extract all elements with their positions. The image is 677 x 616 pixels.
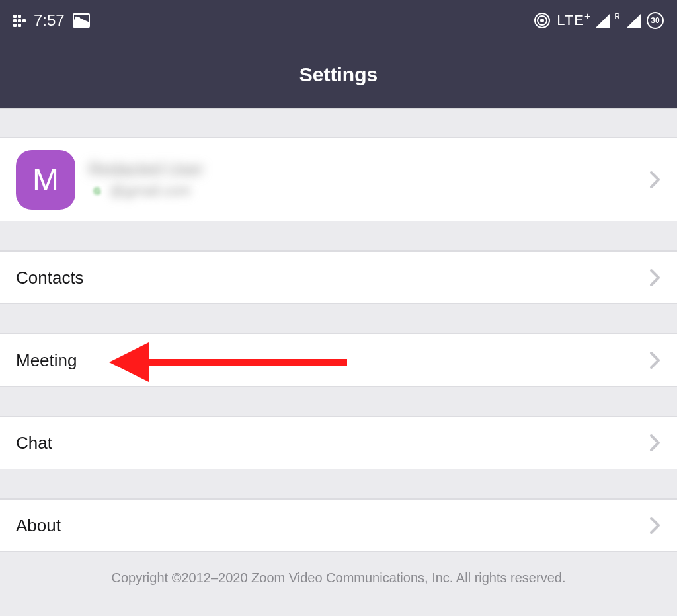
profile-name: Redacted User — [89, 159, 203, 180]
lte-label: LTE + — [557, 12, 590, 29]
section-gap — [0, 387, 677, 416]
picture-icon — [73, 13, 90, 28]
section-gap — [0, 108, 677, 137]
status-bar: 7:57 LTE + R 30 — [0, 0, 677, 41]
status-right: LTE + R 30 — [533, 11, 664, 30]
contacts-row[interactable]: Contacts — [0, 251, 677, 304]
clock-time: 7:57 — [34, 11, 65, 30]
google-icon: G — [89, 182, 106, 200]
row-label: Chat — [16, 433, 52, 453]
chevron-right-icon — [649, 268, 661, 287]
chevron-right-icon — [649, 171, 661, 189]
svg-point-0 — [540, 19, 544, 22]
profile-row[interactable]: M Redacted User G @gmail.com — [0, 137, 677, 221]
roaming-label: R — [614, 12, 620, 21]
signal-icon-1 — [596, 13, 610, 28]
row-label: Meeting — [16, 350, 77, 371]
chevron-right-icon — [649, 516, 661, 535]
chat-row[interactable]: Chat — [0, 416, 677, 469]
row-label: About — [16, 516, 61, 536]
meeting-row[interactable]: Meeting — [0, 334, 677, 387]
section-gap — [0, 304, 677, 334]
page-title: Settings — [299, 63, 378, 86]
status-left: 7:57 — [13, 11, 90, 30]
about-row[interactable]: About — [0, 499, 677, 552]
chevron-right-icon — [649, 351, 661, 369]
profile-info: Redacted User G @gmail.com — [89, 159, 203, 200]
copyright-footer: Copyright ©2012–2020 Zoom Video Communic… — [0, 552, 677, 604]
profile-email-row: G @gmail.com — [89, 182, 203, 200]
signal-icon-2 — [627, 13, 641, 28]
profile-email: @gmail.com — [110, 182, 191, 200]
chevron-right-icon — [649, 434, 661, 452]
battery-badge: 30 — [647, 12, 664, 29]
page-header: Settings — [0, 41, 677, 108]
blackberry-icon — [13, 15, 26, 27]
row-label: Contacts — [16, 268, 84, 288]
avatar: M — [16, 150, 75, 210]
section-gap — [0, 469, 677, 499]
hotspot-icon — [533, 11, 551, 30]
section-gap — [0, 221, 677, 251]
settings-list: M Redacted User G @gmail.com Contacts Me… — [0, 108, 677, 604]
